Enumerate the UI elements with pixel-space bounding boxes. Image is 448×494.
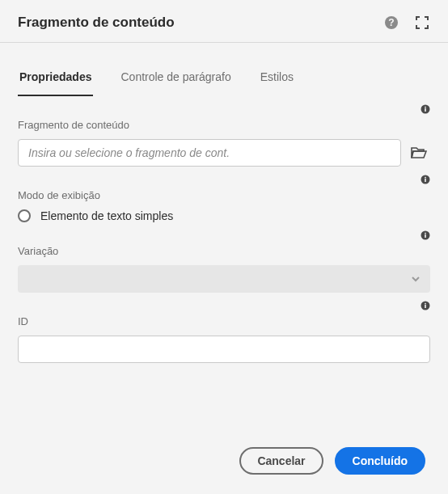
help-icon[interactable]: ?	[383, 15, 399, 31]
info-icon[interactable]	[421, 230, 430, 240]
radio-icon	[18, 209, 31, 222]
svg-text:?: ?	[388, 17, 394, 28]
field-id: ID	[18, 310, 430, 363]
tab-paragraph-control[interactable]: Controle de parágrafo	[119, 65, 232, 96]
field-label: ID	[18, 315, 430, 327]
svg-rect-7	[425, 177, 426, 179]
svg-rect-4	[425, 107, 426, 108]
field-content-fragment: Fragmento de conteúdo	[18, 114, 430, 167]
svg-rect-6	[425, 179, 426, 182]
field-display-mode: Modo de exibição Elemento de texto simpl…	[18, 184, 430, 222]
info-icon[interactable]	[421, 104, 430, 114]
svg-rect-9	[425, 234, 426, 238]
dialog-footer: Cancelar Concluído	[0, 428, 448, 494]
field-variation: Variação	[18, 240, 430, 293]
svg-rect-13	[425, 303, 426, 305]
dialog-header: Fragmento de conteúdo ?	[0, 0, 448, 43]
info-icon[interactable]	[421, 175, 430, 184]
content-fragment-dialog: Fragmento de conteúdo ? Propriedades Con…	[0, 0, 448, 494]
field-label: Fragmento de conteúdo	[18, 119, 430, 131]
field-label: Modo de exibição	[18, 189, 430, 201]
svg-rect-10	[425, 233, 426, 234]
fullscreen-icon[interactable]	[414, 15, 430, 31]
svg-rect-3	[425, 108, 426, 112]
dialog-content: Fragmento de conteúdo Modo de exibição	[0, 114, 448, 363]
content-fragment-input[interactable]	[18, 139, 401, 167]
svg-rect-12	[425, 305, 426, 308]
cancel-button[interactable]: Cancelar	[239, 447, 323, 475]
field-label: Variação	[18, 245, 430, 257]
done-button[interactable]: Concluído	[335, 447, 425, 475]
tabs: Propriedades Controle de parágrafo Estil…	[0, 65, 448, 96]
tab-properties[interactable]: Propriedades	[18, 65, 93, 96]
tab-styles[interactable]: Estilos	[259, 65, 295, 96]
folder-open-icon[interactable]	[408, 139, 430, 167]
info-icon[interactable]	[421, 301, 430, 310]
id-input[interactable]	[18, 336, 430, 363]
variation-select[interactable]	[18, 265, 430, 293]
radio-label: Elemento de texto simples	[40, 209, 173, 222]
radio-option-simple-text[interactable]: Elemento de texto simples	[18, 209, 430, 222]
dialog-title: Fragmento de conteúdo	[18, 15, 369, 31]
chevron-down-icon	[411, 276, 421, 282]
